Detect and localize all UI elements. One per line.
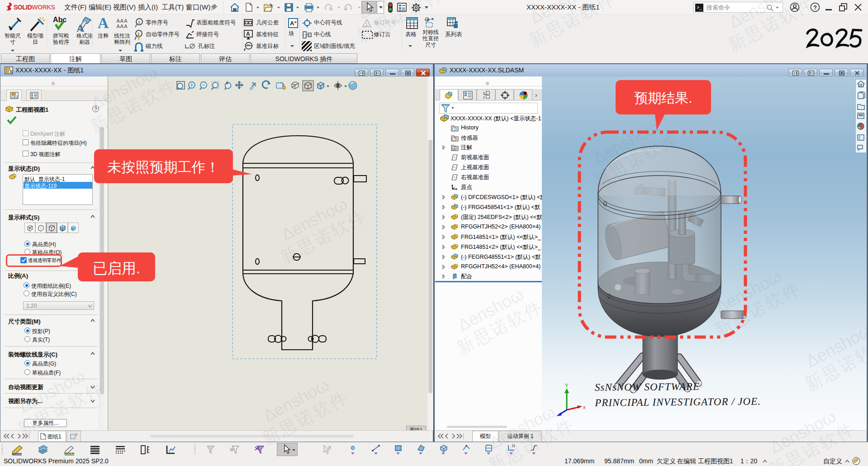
svg-text:A1: A1 [247,43,251,46]
svg-text:Abc: Abc [53,16,66,24]
svg-text:A: A [453,147,456,151]
svg-text:A°: A° [290,20,297,27]
svg-text:Y: Y [565,383,569,388]
svg-text:x: x [583,404,586,410]
svg-text:SOLIDWORKS: SOLIDWORKS [14,4,55,11]
svg-text:A: A [246,31,250,37]
svg-text:1: 1 [138,20,140,24]
svg-text:A: A [76,22,85,33]
